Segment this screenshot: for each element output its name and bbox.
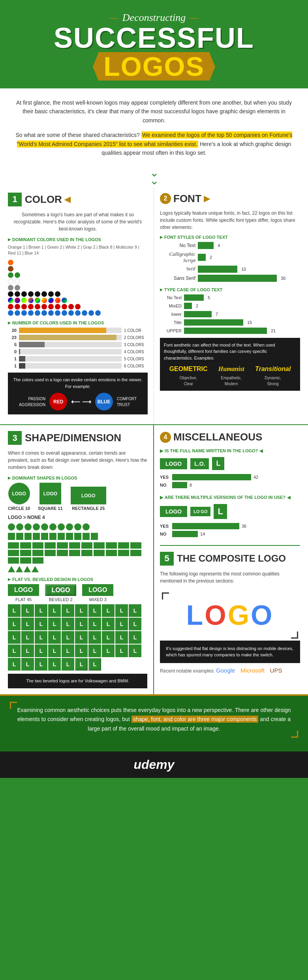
font-aesthetic-box: Font aesthetic can affect the mood of th… [160,338,300,391]
blue-dot [75,310,81,316]
font-section-number: 2 [160,193,171,204]
brown-dots-row [8,266,148,272]
composite-title: THE COMPOSITE LOGO [177,553,286,564]
blue-dot [62,310,67,316]
bar-1color: 20 1 COLOR [8,328,148,333]
rect-dot [94,542,105,549]
dominant-shapes-label: DOMINANT SHAPES IN LOGOS [8,476,147,480]
flat-logo: LOGO [8,584,39,596]
header-logos-text: LOGOS [99,52,209,81]
circle-dot [66,523,73,530]
full-name-yes-num: 42 [254,475,258,480]
color-section-header: 1 COLOR ◀ [8,193,148,206]
font-aesthetic-text: Font aesthetic can affect the mood of th… [164,342,296,362]
orange-dot [8,260,13,265]
gray-dot-1 [8,285,13,290]
full-name-yn-rows: YES 42 NO 8 [160,474,300,488]
circle-dot [33,523,40,530]
composite-logo-area: LOGO [160,590,300,641]
intro-section: At first glance, the most well-known log… [0,88,308,167]
black-dot [48,291,54,297]
logo-versions-display: LOGO L.O. L [160,457,300,470]
transitional-font-name: Transitional [255,364,291,374]
green-dot-1 [8,272,13,278]
bar-5color: 1 5 COLORS [8,356,148,362]
font-description: Logos typically feature unique fonts; in… [160,210,300,231]
tc-lower-bar [184,311,212,317]
rect-dot [81,542,92,549]
rect-dot [57,542,68,549]
square-dot [83,533,90,540]
l-flat-39: L [115,645,128,657]
ups-example: UPS [270,667,282,674]
no-text-num: 4 [218,243,220,248]
full-name-yes-label: YES [160,475,170,480]
calligraphic-bar [198,254,206,261]
red-dot [41,304,47,309]
square-dot [24,533,32,540]
l-flat-15: L [62,618,74,630]
l-flat-3: L [35,604,47,617]
udemy-logo: udemy [6,757,302,772]
font-styles-label: FONT STYLES OF LOGO TEXT [160,235,300,240]
l-flat-4: L [48,604,61,617]
l-flat-9: L [115,604,128,617]
bracket-top-left-icon [162,592,169,600]
tc-upper-bar [184,328,267,334]
rect-dots-grid [8,542,147,564]
versions-full-box: LOGO [160,506,187,517]
l-flat-16: L [75,618,88,630]
font-section-header: 2 FONT ▶ [160,193,300,205]
bar-6color: 1 6 COLORS [8,363,148,369]
l-flat-35: L [62,645,74,657]
l-flat-13: L [35,618,47,630]
blue-dot [28,310,34,316]
rect-dot [32,557,43,564]
versions-yes-bar [172,523,239,529]
l-flat-38: L [102,645,115,657]
l-flat-30: L [129,631,141,644]
mixed-label: MIXED 3 [82,597,113,602]
chevron-down-icon: ⌄⌄ [150,169,159,184]
bullet-icon-2: ▶ [160,495,163,500]
single-logo-box: L [212,457,224,470]
l-flat-26: L [75,631,88,644]
l-flat-45: L [62,658,74,671]
square-dot [41,533,48,540]
udemy-footer: udemy [0,751,308,778]
color-section-title: COLOR ◀ [25,193,70,206]
blue-dots-row [8,310,148,316]
blue-dot [35,310,40,316]
transitional-font-item: Transitional Dynamic,Strong [255,364,291,387]
recent-examples-label: Recent notable examples: [160,668,216,674]
red-dot [28,304,34,309]
rect-dot [69,550,80,556]
recent-examples-section: Recent notable examples: Google Microsof… [160,667,300,674]
tc-mixed-bar [184,303,192,309]
shape-section: 3 SHAPE/DIMENSION When it comes to overa… [0,425,154,694]
versions-single-box: L [214,504,227,519]
multicolor-dots-row [8,298,148,303]
color-arrow-icon: ◀ [64,195,70,204]
black-dot [35,291,40,297]
l-flat-10: L [129,604,141,617]
l-flat-20: L [129,618,141,630]
square-dot [16,533,23,540]
l-flat-19: L [115,618,128,630]
rect-dot [8,557,19,564]
serif-bar [198,266,237,273]
versions-no-bar [172,531,198,537]
rect-dot [8,550,19,556]
calligraphic-bar-row: CalligraphicScript 2 [160,251,300,264]
l-flat-29: L [115,631,128,644]
l-flat-7: L [88,604,101,617]
blue-dot [68,310,74,316]
l-flat-41: L [8,658,21,671]
full-name-yes-row: YES 42 [160,474,300,480]
l-bevel-2: L [88,658,101,671]
white-dots-row [8,279,148,284]
blue-dot [55,310,60,316]
l-bevel-1: L [75,658,88,671]
square-logo: LOGO [39,483,61,504]
circle-dots-grid [8,523,147,530]
